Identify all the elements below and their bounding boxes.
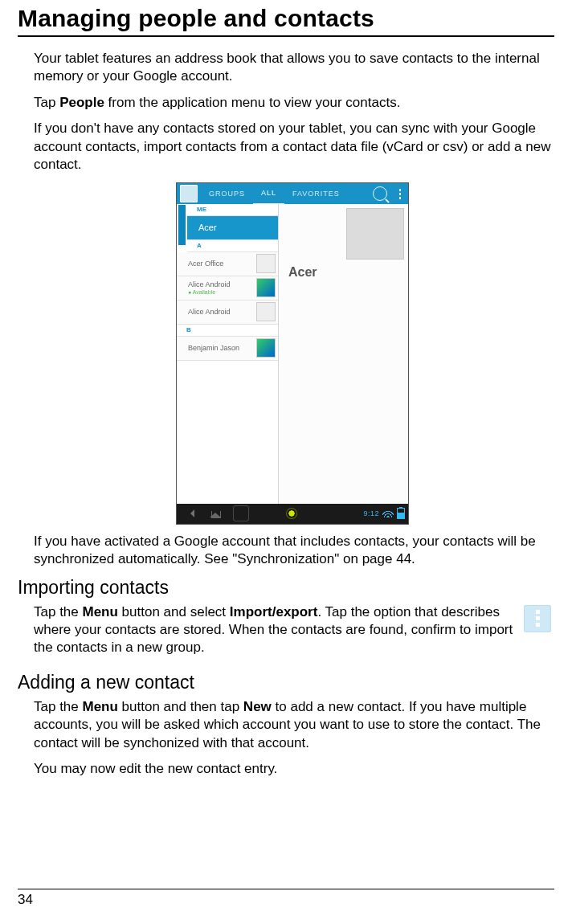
intro-paragraph-3: If you don't have any contacts stored on… (34, 120, 551, 174)
list-header-me: ME (187, 204, 278, 216)
intro-paragraph-2: Tap People from the application menu to … (34, 94, 551, 112)
battery-icon (397, 508, 405, 519)
intro-paragraph-1: Your tablet features an address book tha… (34, 50, 551, 86)
adding-paragraph-2: You may now edit the new contact entry. (34, 760, 551, 778)
app-logo-icon (180, 185, 198, 202)
wifi-icon (382, 509, 394, 517)
tab-favorites: FAVORITES (284, 183, 348, 204)
app-topbar: GROUPS ALL FAVORITES (177, 183, 408, 204)
text: from the application menu to view your c… (104, 95, 401, 110)
contact-name: Alice Android (188, 308, 231, 316)
contact-name: Acer Office (188, 260, 223, 268)
screenshot-figure: GROUPS ALL FAVORITES ME Acer A (34, 182, 551, 525)
contact-thumb-icon (256, 278, 276, 297)
contacts-list: ME Acer A Acer Office Alice Android (177, 204, 279, 505)
contact-status: ● Available (188, 289, 231, 295)
contact-name: Acer (198, 223, 217, 232)
text: Tap the (34, 604, 83, 619)
contact-detail-name: Acer (288, 265, 317, 280)
import-export-bold: Import/export (230, 604, 318, 619)
list-item: Benjamin Jason (177, 337, 278, 361)
title-rule (18, 35, 554, 37)
page-number: 34 (18, 892, 554, 908)
tab-all: ALL (253, 182, 284, 205)
list-header-a: A (187, 240, 278, 252)
back-icon (185, 506, 199, 521)
list-header-b: B (177, 325, 278, 337)
list-item: Acer Office (177, 252, 278, 276)
contact-thumb-icon (256, 254, 276, 273)
contact-thumb-icon (256, 302, 276, 321)
footer-rule (18, 889, 554, 889)
az-scroll-indicator (178, 205, 186, 245)
status-area: 9:12 (363, 508, 405, 519)
people-app-screenshot: GROUPS ALL FAVORITES ME Acer A (176, 182, 409, 525)
list-item: Alice Android ● Available (177, 276, 278, 301)
people-bold: People (59, 95, 104, 110)
text: button and then tap (118, 699, 243, 714)
search-icon (373, 186, 387, 201)
list-item: Alice Android (177, 301, 278, 325)
adding-paragraph-1: Tap the Menu button and then tap New to … (34, 698, 551, 752)
home-icon (209, 506, 223, 521)
section-heading-importing: Importing contacts (18, 577, 554, 599)
menu-bold: Menu (83, 699, 118, 714)
text: Tap the (34, 699, 83, 714)
contact-name: Alice Android (188, 280, 231, 288)
page-title: Managing people and contacts (18, 5, 554, 32)
clock: 9:12 (363, 509, 379, 517)
importing-paragraph: Tap the Menu button and select Import/ex… (34, 603, 551, 657)
menu-bold: Menu (83, 604, 118, 619)
menu-dots-icon (524, 605, 551, 632)
section-heading-adding: Adding a new contact (18, 672, 554, 693)
after-screenshot-paragraph: If you have activated a Google account t… (34, 533, 551, 569)
tab-groups: GROUPS (201, 183, 253, 204)
ring-icon (287, 509, 296, 518)
text: button and select (118, 604, 230, 619)
contact-thumb-icon (256, 338, 276, 358)
recent-apps-icon (233, 505, 249, 521)
overflow-menu-icon (398, 188, 402, 199)
contact-name: Benjamin Jason (188, 344, 239, 352)
page-footer: 34 (18, 889, 554, 908)
new-bold: New (243, 699, 272, 714)
system-navbar: 9:12 (177, 504, 408, 524)
contact-photo-placeholder-icon (347, 209, 403, 259)
contact-detail-pane: Acer (279, 204, 408, 505)
text: Tap (34, 95, 59, 110)
list-item-selected: Acer (187, 216, 278, 240)
